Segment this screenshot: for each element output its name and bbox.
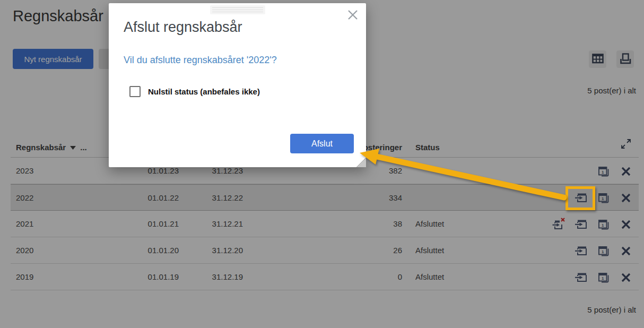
close-icon[interactable]	[346, 8, 360, 22]
resize-corner[interactable]	[356, 158, 366, 167]
dialog-title: Afslut regnskabsår	[124, 19, 242, 36]
reset-status-checkbox[interactable]	[129, 86, 141, 97]
drag-handle[interactable]	[210, 5, 265, 14]
close-year-highlight-box	[565, 186, 595, 210]
app-root: Regnskabsår Nyt regnskabsår 5 post(er) i…	[0, 0, 644, 328]
dialog-question: Vil du afslutte regnskabsåret '2022'?	[124, 55, 277, 66]
confirm-close-button[interactable]: Afslut	[290, 134, 354, 153]
reset-status-checkbox-label: Nulstil status (anbefales ikke)	[148, 87, 260, 96]
close-fiscal-year-dialog: Afslut regnskabsår Vil du afslutte regns…	[109, 3, 366, 167]
reset-status-option[interactable]: Nulstil status (anbefales ikke)	[129, 86, 260, 97]
